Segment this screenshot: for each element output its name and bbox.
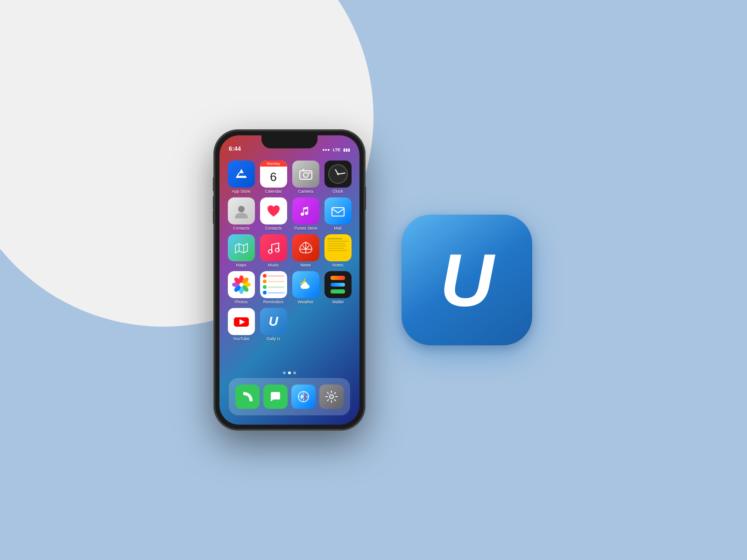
reminders-icon[interactable]: Reminders	[259, 271, 288, 304]
maps-label: Maps	[236, 263, 246, 267]
svg-point-3	[238, 206, 245, 212]
health-label: Contacts	[265, 226, 282, 231]
dot-1	[283, 371, 286, 374]
clock-icon[interactable]: Clock	[324, 161, 352, 194]
notes-label: Notes	[332, 263, 344, 267]
dock-settings-icon[interactable]	[319, 385, 344, 409]
camera-label: Camera	[298, 189, 313, 194]
dot-2	[288, 371, 291, 374]
daily-u-icon[interactable]: U Daily U	[259, 308, 288, 341]
youtube-icon[interactable]: YouTube	[227, 308, 255, 341]
news-icon[interactable]: News	[291, 234, 320, 267]
svg-rect-0	[300, 171, 312, 179]
dock-messages-icon[interactable]	[263, 385, 288, 409]
weather-icon[interactable]: Weather	[291, 271, 320, 304]
daily-u-label: Daily U	[267, 336, 280, 341]
content-wrapper: 6:44 ●●● LTE ▮▮▮ App St	[215, 131, 532, 429]
reminders-label: Reminders	[263, 300, 284, 304]
signal-icon: ●●●	[322, 147, 330, 152]
battery-icon: ▮▮▮	[343, 147, 350, 152]
calendar-day: Monday	[260, 161, 287, 167]
dock-safari-icon[interactable]	[291, 385, 316, 409]
contacts-label: Contacts	[233, 226, 250, 231]
contacts-icon[interactable]: Contacts	[227, 197, 255, 231]
itunes-store-icon[interactable]: iTunes Store	[291, 197, 320, 231]
svg-point-1	[303, 173, 308, 177]
health-icon[interactable]: Contacts	[259, 197, 288, 231]
weather-label: Weather	[298, 300, 314, 304]
photos-label: Photos	[234, 300, 247, 304]
notes-icon[interactable]: Notes	[324, 234, 352, 267]
calendar-label: Calendar	[265, 189, 282, 194]
news-label: News	[300, 263, 311, 267]
wallet-label: Wallet	[332, 300, 344, 304]
iphone-device: 6:44 ●●● LTE ▮▮▮ App St	[215, 131, 364, 429]
svg-point-26	[330, 395, 333, 399]
dock	[229, 378, 350, 415]
status-icons: ●●● LTE ▮▮▮	[322, 147, 350, 152]
dot-3	[293, 371, 296, 374]
calendar-icon[interactable]: Monday 6 Calendar	[259, 161, 288, 194]
mail-icon[interactable]: Mail	[324, 197, 352, 231]
iphone-screen: 6:44 ●●● LTE ▮▮▮ App St	[219, 135, 359, 425]
music-label: Music	[268, 263, 279, 267]
itunes-store-label: iTunes Store	[294, 226, 317, 231]
camera-icon[interactable]: Camera	[291, 161, 320, 194]
notch	[261, 135, 317, 148]
photos-icon[interactable]: Photos	[227, 271, 255, 304]
app-store-icon[interactable]: App Store	[227, 161, 255, 194]
music-icon[interactable]: Music	[259, 234, 288, 267]
app-grid: App Store Monday 6 Calendar	[225, 159, 354, 343]
u-letter: U	[440, 243, 494, 317]
network-label: LTE	[333, 147, 340, 152]
app-store-label: App Store	[232, 189, 250, 194]
calendar-date: 6	[260, 167, 287, 188]
mail-label: Mail	[334, 226, 342, 231]
svg-rect-2	[309, 172, 310, 174]
clock-label: Clock	[332, 189, 343, 194]
u-app-icon-large: U	[402, 215, 532, 345]
wallet-icon[interactable]: Wallet	[324, 271, 352, 304]
page-dots	[219, 371, 359, 374]
youtube-label: YouTube	[233, 336, 249, 341]
maps-icon[interactable]: Maps	[227, 234, 255, 267]
dock-phone-icon[interactable]	[235, 385, 260, 409]
svg-rect-4	[332, 208, 344, 216]
